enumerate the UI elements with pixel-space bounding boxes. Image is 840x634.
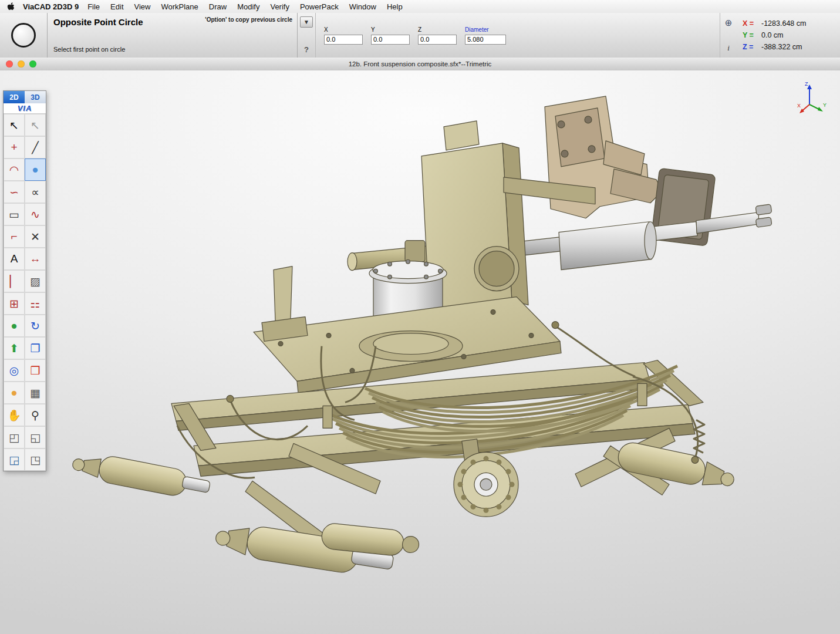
z-field: Z <box>418 26 457 45</box>
menu-draw[interactable]: Draw <box>204 2 232 11</box>
diameter-field: Diameter <box>465 26 506 45</box>
info-icon[interactable]: i <box>727 43 730 53</box>
viewport[interactable]: Z Y X 2D 3D VIA ↖↖+╱◠●∽∝▭∿⌐✕A↔▏▨⊞⚏●↻⬆❐◎❒… <box>0 70 840 634</box>
zoom-tool[interactable]: ⚲ <box>25 404 46 426</box>
extrude-tool[interactable]: ⬆ <box>4 337 25 359</box>
axis-triad: Z Y X <box>797 80 827 116</box>
diameter-input[interactable] <box>465 35 506 45</box>
active-tool-icon-box <box>0 13 48 58</box>
menu-modify[interactable]: Modify <box>232 2 265 11</box>
spline-tool-icon: ∿ <box>31 208 40 221</box>
view-wireframe-2-tool[interactable]: ◱ <box>25 426 46 448</box>
spline-tool[interactable]: ∿ <box>25 203 46 225</box>
render-options-tool-icon: ▦ <box>30 386 41 400</box>
coord-row-x: X =-1283.648 cm <box>743 18 831 29</box>
view-shaded-tool-icon: ◲ <box>9 453 19 467</box>
boolean-union-tool-icon: ❐ <box>30 342 40 355</box>
line-tool-icon: ╱ <box>32 141 38 154</box>
circle-tool-icon: ● <box>32 163 38 176</box>
close-button[interactable] <box>6 60 13 68</box>
boolean-subtract-tool[interactable]: ❒ <box>25 359 46 382</box>
closed-curve-tool-icon: ∝ <box>31 186 39 199</box>
sphere-primitive-tool[interactable]: ● <box>4 315 25 337</box>
rectangle-tool[interactable]: ▭ <box>4 203 25 225</box>
select-plus-tool[interactable]: ↖ <box>25 114 46 136</box>
arc-tool[interactable]: ◠ <box>4 158 25 181</box>
segment-tool-icon: ▏ <box>10 275 19 288</box>
x-field: X <box>324 26 363 45</box>
rotate-tool-icon: ↻ <box>31 319 40 333</box>
tool-title: Opposite Point Circle <box>53 17 143 27</box>
view-wireframe-1-tool[interactable]: ◰ <box>4 426 25 448</box>
menu-file[interactable]: File <box>82 2 105 11</box>
boolean-union-tool[interactable]: ❐ <box>25 337 46 359</box>
zoom-button[interactable] <box>29 60 36 68</box>
trim-tool[interactable]: ⌐ <box>4 225 25 248</box>
view-wireframe-2-tool-icon: ◱ <box>30 431 41 444</box>
y-label: Y <box>371 26 410 33</box>
y-input[interactable] <box>371 35 410 45</box>
offset-tool[interactable]: ⊞ <box>4 292 25 315</box>
menu-powerpack[interactable]: PowerPack <box>295 2 344 11</box>
menu-window[interactable]: Window <box>344 2 382 11</box>
apple-menu-icon[interactable] <box>7 2 15 11</box>
minimize-button[interactable] <box>18 60 25 68</box>
revolve-tool[interactable]: ◎ <box>4 359 25 382</box>
tool-message-area: Opposite Point Circle 'Option' to copy p… <box>48 13 298 58</box>
rotate-tool[interactable]: ↻ <box>25 315 46 337</box>
select-tool-icon: ↖ <box>9 119 19 132</box>
pan-tool[interactable]: ✋ <box>4 404 25 426</box>
trim-tool-icon: ⌐ <box>11 230 17 243</box>
circle-tool[interactable]: ● <box>25 158 46 181</box>
view-wireframe-3-tool-icon: ◳ <box>30 453 41 467</box>
coord-row-z: Z =-388.322 cm <box>743 41 831 53</box>
zoom-tool-icon: ⚲ <box>31 409 39 422</box>
shaded-sphere-tool[interactable]: ● <box>4 382 25 404</box>
tool-variant-dropdown[interactable]: ▼ <box>300 16 313 28</box>
closed-curve-tool[interactable]: ∝ <box>25 181 46 203</box>
model-3d[interactable] <box>0 70 840 634</box>
hatch-tool[interactable]: ▨ <box>25 270 46 292</box>
axis-z-label: Z <box>805 81 808 87</box>
rectangle-tool-icon: ▭ <box>9 208 19 221</box>
view-shaded-tool[interactable]: ◲ <box>4 448 25 471</box>
tracking-icon[interactable]: ⊕ <box>725 18 733 28</box>
coordinate-fields: XYZDiameter <box>316 13 514 58</box>
text-tool[interactable]: A <box>4 248 25 270</box>
curve-tool[interactable]: ∽ <box>4 181 25 203</box>
dimension-tool[interactable]: ↔ <box>25 248 46 270</box>
line-tool[interactable]: ╱ <box>25 136 46 158</box>
x-label: X <box>324 26 363 33</box>
menu-view[interactable]: View <box>129 2 156 11</box>
menu-workplane[interactable]: WorkPlane <box>156 2 203 11</box>
tool-hint: 'Option' to copy previous circle <box>205 16 292 23</box>
axis-y-label: Y <box>823 102 826 108</box>
app-name[interactable]: ViaCAD 2D3D 9 <box>23 2 79 11</box>
tab-3d[interactable]: 3D <box>25 91 46 103</box>
pattern-tool[interactable]: ⚏ <box>25 292 46 315</box>
cursor-coordinates-readout: X =-1283.648 cmY =0.0 cmZ =-388.322 cm <box>737 13 840 58</box>
menu-edit[interactable]: Edit <box>105 2 129 11</box>
dimension-tool-icon: ↔ <box>30 252 41 265</box>
tool-options-bar: Opposite Point Circle 'Option' to copy p… <box>0 13 840 58</box>
view-wireframe-3-tool[interactable]: ◳ <box>25 448 46 471</box>
render-options-tool[interactable]: ▦ <box>25 382 46 404</box>
extrude-tool-icon: ⬆ <box>9 342 19 355</box>
segment-tool[interactable]: ▏ <box>4 270 25 292</box>
curve-tool-icon: ∽ <box>9 186 19 199</box>
z-input[interactable] <box>418 35 457 45</box>
select-tool[interactable]: ↖ <box>4 114 25 136</box>
application-window: ViaCAD 2D3D 9 FileEditViewWorkPlaneDrawM… <box>0 0 840 634</box>
x-input[interactable] <box>324 35 363 45</box>
delete-tool[interactable]: ✕ <box>25 225 46 248</box>
help-icon[interactable]: ? <box>304 45 309 54</box>
window-titlebar[interactable]: 12b. Front suspension composite.sfx*--Tr… <box>0 58 840 71</box>
y-field: Y <box>371 26 410 45</box>
diameter-label: Diameter <box>465 26 506 33</box>
delete-tool-icon: ✕ <box>31 230 40 244</box>
tab-2d[interactable]: 2D <box>4 91 25 103</box>
menu-help[interactable]: Help <box>382 2 408 11</box>
boolean-subtract-tool-icon: ❒ <box>30 364 40 377</box>
menu-verify[interactable]: Verify <box>265 2 295 11</box>
point-tool[interactable]: + <box>4 136 25 158</box>
